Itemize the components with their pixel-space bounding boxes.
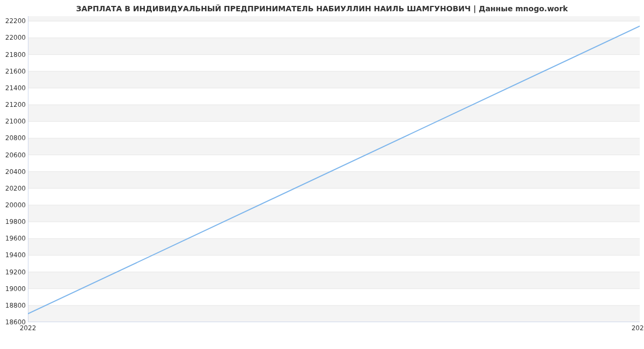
svg-rect-9 (28, 155, 640, 172)
y-tick-label: 20000 (2, 201, 26, 209)
y-tick-label: 21600 (2, 68, 26, 75)
y-tick-label: 19800 (2, 218, 26, 226)
x-tick-label: 2023 (632, 324, 644, 332)
svg-rect-10 (28, 138, 640, 155)
y-tick-label: 20200 (2, 185, 26, 192)
svg-rect-14 (28, 71, 640, 88)
svg-rect-11 (28, 121, 640, 138)
salary-line-chart: ЗАРПЛАТА В ИНДИВИДУАЛЬНЫЙ ПРЕДПРИНИМАТЕЛ… (0, 0, 644, 349)
chart-title: ЗАРПЛАТА В ИНДИВИДУАЛЬНЫЙ ПРЕДПРИНИМАТЕЛ… (0, 4, 644, 13)
y-tick-label: 21200 (2, 101, 26, 108)
y-tick-label: 19400 (2, 251, 26, 259)
y-tick-label: 21400 (2, 84, 26, 92)
y-tick-label: 21000 (2, 118, 26, 125)
svg-rect-13 (28, 88, 640, 105)
y-tick-label: 19200 (2, 268, 26, 276)
svg-rect-2 (28, 272, 640, 289)
y-tick-label: 18800 (2, 302, 26, 309)
svg-rect-1 (28, 289, 640, 306)
x-tick-label: 2022 (20, 324, 36, 332)
y-tick-label: 20600 (2, 151, 26, 159)
y-tick-label: 20400 (2, 168, 26, 176)
y-tick-label: 19600 (2, 235, 26, 242)
plot-area (28, 16, 640, 322)
svg-rect-4 (28, 238, 640, 255)
chart-svg (28, 16, 640, 322)
svg-rect-8 (28, 172, 640, 188)
svg-rect-17 (28, 21, 640, 38)
svg-rect-7 (28, 188, 640, 205)
svg-rect-12 (28, 105, 640, 121)
svg-rect-0 (28, 306, 640, 322)
svg-rect-3 (28, 255, 640, 272)
svg-rect-18 (28, 16, 640, 21)
y-tick-label: 20800 (2, 134, 26, 142)
y-tick-label: 22200 (2, 17, 26, 25)
svg-rect-16 (28, 38, 640, 54)
y-tick-label: 21800 (2, 51, 26, 59)
y-tick-label: 22000 (2, 34, 26, 41)
svg-rect-6 (28, 205, 640, 222)
svg-rect-5 (28, 222, 640, 238)
y-tick-label: 19000 (2, 285, 26, 293)
